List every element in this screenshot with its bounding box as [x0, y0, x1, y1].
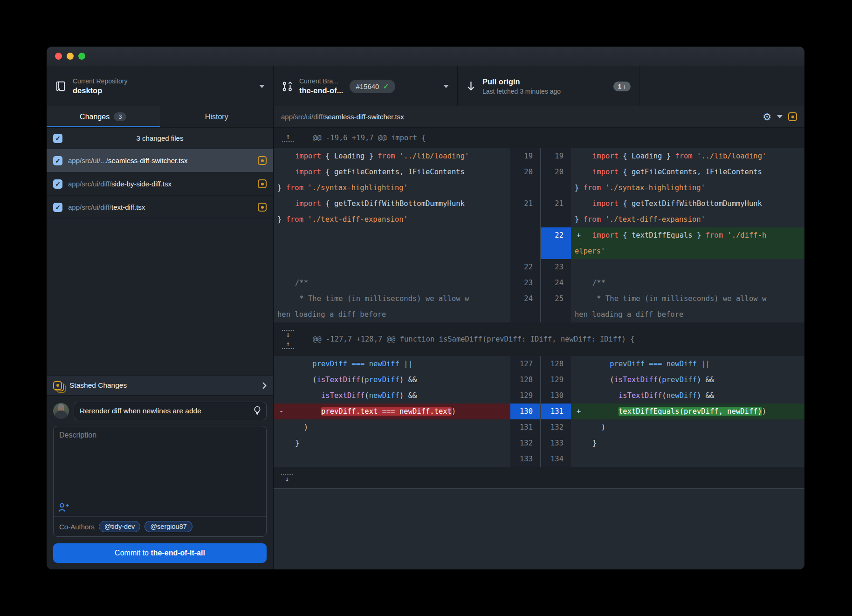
hunk-header-text: @@ -127,7 +128,7 @@ function isSameDiff(… — [313, 335, 635, 343]
check-icon: ✓ — [383, 82, 389, 91]
expand-down-icon[interactable]: ↓ — [281, 329, 295, 338]
stashed-changes-label: Stashed Changes — [69, 381, 256, 390]
old-line-number — [510, 307, 540, 322]
diff-row: )131132 ) — [274, 419, 804, 435]
coauthor-pill[interactable]: @tidy-dev — [99, 521, 141, 532]
app-window: Current Repository desktop Current Bra..… — [47, 47, 804, 569]
diff-row: } from './syntax-highlighting'} from './… — [274, 180, 804, 196]
file-name: side-by-side-diff.tsx — [111, 180, 172, 188]
add-coauthor-icon[interactable] — [58, 502, 261, 513]
diff-code-line: import { getFileContents, IFileContents — [274, 164, 510, 180]
diff-code-line: } — [274, 435, 510, 451]
diff-row: hen loading a diff beforehen loading a d… — [274, 307, 804, 322]
commit-description-box: Co-Authors @tidy-dev @sergiou87 — [53, 426, 267, 537]
chevron-down-icon[interactable] — [777, 115, 783, 118]
diff-view: app/src/ui/diff/seamless-diff-switcher.t… — [274, 106, 804, 569]
minimize-window-button[interactable] — [67, 53, 74, 60]
new-line-number — [540, 180, 571, 196]
coauthor-pill[interactable]: @sergiou87 — [144, 521, 192, 532]
expand-up-icon[interactable]: ↑ — [281, 341, 295, 350]
diff-code-line: } from './text-diff-expansion' — [571, 212, 804, 227]
commit-summary-input[interactable] — [80, 407, 253, 415]
file-row-seamless-diff-switcher[interactable]: app/src/ui/.../seamless-diff-switcher.ts… — [47, 149, 273, 172]
gear-icon[interactable]: ⚙ — [763, 112, 771, 122]
repo-name: desktop — [73, 86, 128, 95]
old-line-number: 132 — [510, 435, 540, 451]
diff-code-line: ) — [274, 419, 510, 435]
expand-down-icon[interactable]: ↓ — [280, 473, 294, 482]
new-line-number — [540, 212, 571, 227]
diff-code-line: import { getTextDiffWithBottomDummyHunk — [571, 196, 804, 212]
file-path: app/src/ui/.../seamless-diff-switcher.ts… — [68, 157, 252, 164]
new-line-number: 25 — [540, 291, 571, 307]
diff-code-line: ) — [571, 419, 804, 435]
commit-description-input[interactable] — [54, 426, 266, 501]
diff-file-header: app/src/ui/diff/seamless-diff-switcher.t… — [274, 106, 804, 128]
diff-code-line: * The time (in milliseconds) we allow w — [274, 291, 510, 307]
diff-code-line — [274, 227, 510, 243]
file-path: app/src/ui/diff/side-by-side-diff.tsx — [68, 180, 252, 188]
diff-code-line: import { Loading } from '../lib/loading' — [571, 148, 804, 164]
file-name: seamless-diff-switcher.tsx — [108, 157, 188, 164]
file-row-side-by-side-diff[interactable]: app/src/ui/diff/side-by-side-diff.tsx — [47, 172, 273, 196]
tab-changes[interactable]: Changes 3 — [47, 106, 160, 127]
pr-status-badge[interactable]: #15640 ✓ — [350, 80, 395, 93]
file-path-prefix: app/src/ui/diff/ — [68, 180, 111, 188]
chevron-right-icon — [262, 382, 267, 390]
commit-button[interactable]: Commit to the-end-of-it-all — [53, 543, 267, 563]
chevron-down-icon — [259, 85, 265, 88]
file-path-prefix: app/src/ui/.../ — [68, 157, 108, 164]
changes-count-badge: 3 — [114, 112, 126, 121]
file-row-text-diff[interactable]: app/src/ui/diff/text-diff.tsx — [47, 196, 273, 219]
current-repository-button[interactable]: Current Repository desktop — [47, 66, 274, 106]
diff-code-line: } — [571, 435, 804, 451]
new-line-number — [540, 243, 571, 259]
file-checkbox[interactable] — [53, 179, 62, 189]
arrow-down-icon — [466, 81, 476, 92]
new-line-number: 24 — [540, 275, 571, 291]
hunk-header: ↓↑@@ -127,7 +128,7 @@ function isSameDif… — [274, 322, 804, 356]
new-line-number: 129 — [540, 372, 571, 388]
file-checkbox[interactable] — [53, 203, 62, 212]
diff-file-path: app/src/ui/diff/seamless-diff-switcher.t… — [281, 113, 404, 121]
diff-row: (isTextDiff(prevDiff) &&128129 (isTextDi… — [274, 372, 804, 388]
old-line-number: 129 — [510, 388, 540, 404]
expand-down-row: ↓ — [274, 467, 804, 488]
pull-title: Pull origin — [482, 77, 561, 86]
pull-count-badge: 1 ↓ — [613, 82, 631, 91]
lightbulb-icon[interactable] — [253, 406, 261, 416]
diff-code-line: (isTextDiff(prevDiff) && — [571, 372, 804, 388]
new-line-number: 130 — [540, 388, 571, 404]
diff-row: 133134 — [274, 451, 804, 467]
diff-code-line — [274, 259, 510, 275]
tab-history[interactable]: History — [160, 106, 274, 127]
pull-origin-button[interactable]: Pull origin Last fetched 3 minutes ago 1… — [458, 66, 639, 106]
diff-row: import { getTextDiffWithBottomDummyHunk2… — [274, 196, 804, 212]
pull-subtitle: Last fetched 3 minutes ago — [482, 88, 561, 95]
file-path: app/src/ui/diff/text-diff.tsx — [68, 203, 252, 211]
old-line-number: 128 — [510, 372, 540, 388]
select-all-checkbox[interactable] — [53, 134, 62, 143]
zoom-window-button[interactable] — [78, 53, 85, 60]
new-line-number: 133 — [540, 435, 571, 451]
expand-up-icon[interactable]: ↑ — [281, 134, 295, 143]
close-window-button[interactable] — [55, 53, 62, 60]
diff-code-line: * The time (in milliseconds) we allow w — [571, 291, 804, 307]
diff-code-line: /** — [274, 275, 510, 291]
file-name: text-diff.tsx — [111, 203, 145, 211]
diff-body: ↑@@ -19,6 +19,7 @@ import {import { Load… — [274, 128, 804, 569]
diff-code-line: isTextDiff(newDiff) && — [571, 388, 804, 404]
diff-code-line: +import { textDiffEquals } from './diff-… — [571, 227, 804, 243]
new-line-number: 134 — [540, 451, 571, 467]
branch-label: Current Bra... — [299, 77, 343, 85]
repo-icon — [55, 81, 66, 92]
titlebar — [47, 47, 804, 66]
new-line-number: 21 — [540, 196, 571, 212]
current-branch-button[interactable]: Current Bra... the-end-of... #15640 ✓ — [274, 66, 458, 106]
stashed-changes-row[interactable]: Stashed Changes — [47, 375, 273, 396]
stash-icon — [53, 381, 62, 390]
pr-number: #15640 — [356, 82, 379, 90]
file-checkbox[interactable] — [53, 156, 62, 165]
diff-code-line: import { getFileContents, IFileContents — [571, 164, 804, 180]
diff-code-line — [571, 259, 804, 275]
